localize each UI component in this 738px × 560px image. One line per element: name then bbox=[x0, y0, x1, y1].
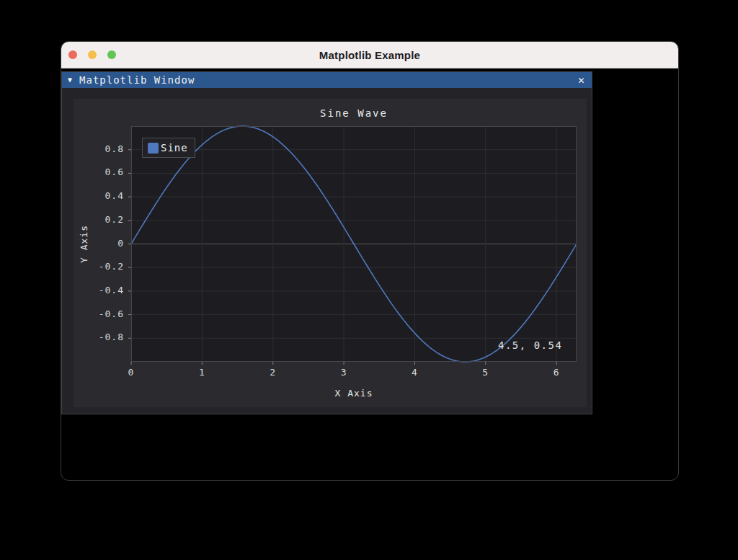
legend-label-sine: Sine bbox=[161, 142, 188, 154]
traffic-lights bbox=[68, 50, 116, 59]
plot-area[interactable]: Sine 4.5, 0.54 0123456 0.80.60.40.20-0.2… bbox=[131, 126, 577, 362]
app-window: Matplotlib Example ▼ Matplotlib Window ✕… bbox=[61, 41, 679, 481]
close-icon[interactable]: ✕ bbox=[577, 72, 586, 88]
mac-zoom-button[interactable] bbox=[107, 50, 116, 59]
x-tick-label: 3 bbox=[329, 367, 358, 378]
x-tick-label: 6 bbox=[542, 367, 571, 378]
mac-titlebar[interactable]: Matplotlib Example bbox=[61, 42, 678, 68]
collapse-arrow-icon[interactable]: ▼ bbox=[68, 72, 72, 88]
x-tick-label: 2 bbox=[259, 367, 288, 378]
plot-canvas bbox=[131, 126, 577, 362]
x-tick-label: 1 bbox=[187, 367, 216, 378]
x-tick-label: 4 bbox=[400, 367, 429, 378]
legend-swatch-sine bbox=[148, 143, 159, 154]
y-axis-label: Y Axis bbox=[78, 126, 89, 362]
x-tick-label: 5 bbox=[471, 367, 500, 378]
matplotlib-window: ▼ Matplotlib Window ✕ Sine Wave Sine 4.5… bbox=[61, 71, 592, 414]
x-axis-label: X Axis bbox=[131, 388, 577, 399]
mac-minimize-button[interactable] bbox=[88, 50, 97, 59]
x-tick-label: 0 bbox=[117, 367, 146, 378]
mac-close-button[interactable] bbox=[68, 50, 77, 59]
dpg-window-content: Sine Wave Sine 4.5, 0.54 0123456 0.80.60… bbox=[62, 88, 592, 414]
plot-title: Sine Wave bbox=[131, 107, 577, 119]
point-annotation: 4.5, 0.54 bbox=[498, 339, 562, 351]
dpg-titlebar[interactable]: ▼ Matplotlib Window ✕ bbox=[62, 72, 592, 88]
plot-widget: Sine Wave Sine 4.5, 0.54 0123456 0.80.60… bbox=[74, 99, 587, 407]
window-title: Matplotlib Example bbox=[319, 49, 420, 61]
dpg-window-title: Matplotlib Window bbox=[79, 74, 195, 86]
plot-legend[interactable]: Sine bbox=[142, 138, 195, 158]
